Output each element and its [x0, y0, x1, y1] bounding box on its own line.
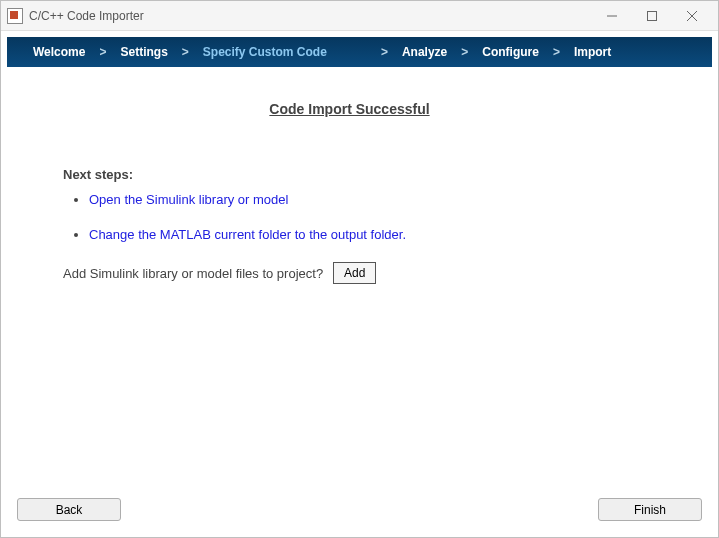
finish-button[interactable]: Finish [598, 498, 702, 521]
success-heading: Code Import Successful [23, 101, 676, 117]
next-steps-list: Open the Simulink library or model Chang… [63, 192, 676, 242]
chevron-right-icon: > [547, 45, 566, 59]
add-files-prompt: Add Simulink library or model files to p… [63, 266, 323, 281]
app-icon [7, 8, 23, 24]
chevron-right-icon: > [455, 45, 474, 59]
step-analyze[interactable]: Analyze [394, 45, 455, 59]
step-import[interactable]: Import [566, 45, 619, 59]
change-folder-link[interactable]: Change the MATLAB current folder to the … [89, 227, 406, 242]
back-button[interactable]: Back [17, 498, 121, 521]
client-area: Welcome > Settings > Specify Custom Code… [1, 31, 718, 537]
wizard-stepbar: Welcome > Settings > Specify Custom Code… [7, 37, 712, 67]
footer: Back Finish [7, 488, 712, 531]
titlebar: C/C++ Code Importer [1, 1, 718, 31]
list-item: Change the MATLAB current folder to the … [89, 227, 676, 242]
chevron-right-icon: > [176, 45, 195, 59]
next-steps-label: Next steps: [63, 167, 676, 182]
window-title: C/C++ Code Importer [29, 9, 144, 23]
step-configure[interactable]: Configure [474, 45, 547, 59]
step-settings[interactable]: Settings [112, 45, 175, 59]
step-welcome[interactable]: Welcome [25, 45, 93, 59]
app-window: C/C++ Code Importer Welcome > Settings >… [0, 0, 719, 538]
add-button[interactable]: Add [333, 262, 376, 284]
maximize-button[interactable] [632, 2, 672, 30]
svg-rect-1 [648, 11, 657, 20]
close-button[interactable] [672, 2, 712, 30]
step-specify-custom-code[interactable]: Specify Custom Code [195, 45, 335, 59]
content-area: Code Import Successful Next steps: Open … [7, 67, 712, 488]
list-item: Open the Simulink library or model [89, 192, 676, 207]
open-library-link[interactable]: Open the Simulink library or model [89, 192, 288, 207]
chevron-right-icon: > [375, 45, 394, 59]
add-files-row: Add Simulink library or model files to p… [63, 262, 676, 284]
minimize-button[interactable] [592, 2, 632, 30]
chevron-right-icon: > [93, 45, 112, 59]
